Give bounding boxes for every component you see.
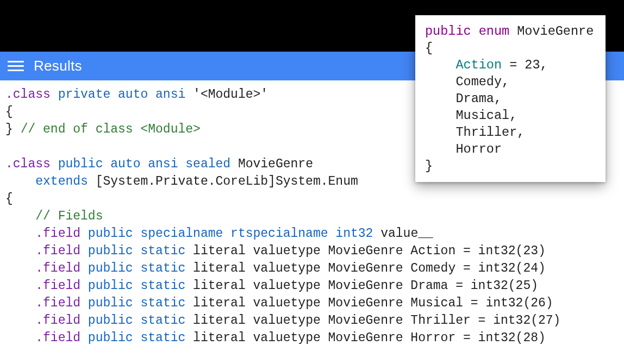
cs-indent (425, 142, 455, 156)
il-field-mods: public static (88, 261, 185, 275)
cs-member: Horror (455, 142, 502, 156)
cs-indent (425, 125, 455, 140)
il-directive: .class (5, 157, 51, 171)
il-field-type: int32 (335, 227, 373, 241)
cs-member: Action (455, 58, 502, 72)
il-field-rest: literal valuetype MovieGenre Musical = i… (193, 296, 553, 310)
cs-indent (425, 108, 455, 123)
il-field-dir: .field (35, 331, 80, 345)
il-comment: // end of class <Module> (21, 122, 201, 136)
cs-member: Drama, (455, 91, 502, 106)
il-field-rest: literal valuetype MovieGenre Thriller = … (193, 313, 560, 328)
il-field-mods: public specialname rtspecialname (88, 227, 328, 241)
il-field-mods: public static (88, 296, 185, 310)
il-fields-comment: // Fields (35, 209, 103, 223)
cs-indent (425, 91, 455, 106)
il-class-name: '<Module>' (193, 87, 268, 102)
il-field-rest: literal valuetype MovieGenre Horror = in… (193, 331, 546, 345)
il-class-name: MovieGenre (238, 157, 313, 171)
il-extends-kw: extends (35, 174, 88, 189)
il-brace-close: } (5, 122, 13, 136)
il-directive: .class (5, 87, 51, 102)
il-field-name: value__ (380, 227, 433, 241)
results-title: Results (34, 58, 82, 74)
il-modifiers: private auto ansi (58, 87, 186, 102)
il-field-rest: literal valuetype MovieGenre Drama = int… (193, 279, 538, 293)
il-field-mods: public static (88, 279, 185, 293)
il-field-dir: .field (35, 244, 80, 258)
il-field-dir: .field (35, 313, 80, 328)
cs-brace-close: } (425, 159, 433, 173)
il-field-rest: literal valuetype MovieGenre Comedy = in… (193, 261, 546, 275)
il-field-mods: public static (88, 313, 185, 328)
csharp-source-overlay: public enum MovieGenre { Action = 23, Co… (415, 15, 606, 182)
il-field-mods: public static (88, 331, 185, 345)
il-field-mods: public static (88, 244, 185, 258)
cs-member-value: = 23, (502, 58, 548, 72)
cs-member: Thriller, (455, 125, 525, 140)
cs-brace-open: { (425, 41, 433, 55)
cs-keyword: public enum (425, 24, 509, 39)
cs-type-name: MovieGenre (509, 24, 594, 39)
cs-indent (425, 74, 455, 89)
il-modifiers: public auto ansi sealed (58, 157, 230, 171)
il-field-rest: literal valuetype MovieGenre Action = in… (193, 244, 546, 258)
il-field-dir: .field (35, 261, 80, 275)
hamburger-menu-icon[interactable] (8, 57, 26, 76)
il-field-dir: .field (35, 296, 80, 310)
il-brace-open: { (5, 192, 13, 206)
cs-member: Comedy, (455, 74, 509, 89)
cs-member: Musical, (455, 108, 517, 123)
cs-indent (425, 58, 455, 72)
il-base-type: [System.Private.CoreLib]System.Enum (96, 174, 358, 189)
il-brace-open: { (5, 105, 13, 119)
il-field-dir: .field (35, 279, 80, 293)
il-field-dir: .field (35, 227, 80, 241)
